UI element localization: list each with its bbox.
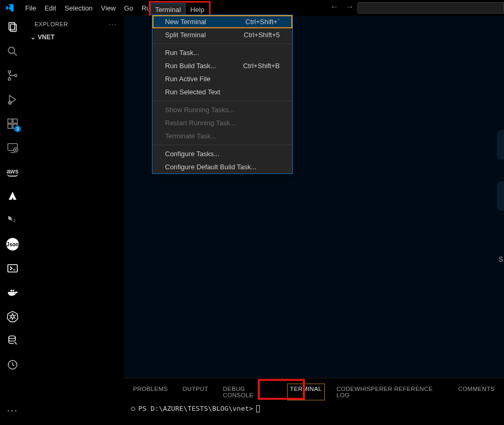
- svg-rect-0: [9, 23, 15, 30]
- extensions-icon[interactable]: 3: [5, 116, 20, 131]
- aws-label: aws: [7, 168, 19, 177]
- menu-restart-running-task: Restart Running Task...: [152, 116, 292, 129]
- svg-rect-21: [10, 290, 12, 291]
- menu-separator: [152, 43, 292, 44]
- menu-selection[interactable]: Selection: [60, 1, 96, 15]
- svg-rect-9: [8, 124, 12, 128]
- menu-show-running-label: Show Running Tasks...: [165, 106, 234, 114]
- svg-line-30: [14, 318, 16, 319]
- menu-run-active-file[interactable]: Run Active File: [152, 72, 292, 85]
- menu-split-terminal[interactable]: Split Terminal Ctrl+Shift+5: [152, 28, 292, 41]
- menu-edit[interactable]: Edit: [40, 1, 60, 15]
- activity-bar: 3 aws Json ···: [0, 16, 25, 425]
- menu-configure-default-build-task[interactable]: Configure Default Build Task...: [152, 160, 292, 173]
- svg-point-6: [15, 74, 17, 77]
- terminal-status-icon: [131, 407, 135, 411]
- command-center-search[interactable]: [357, 2, 504, 14]
- menu-go[interactable]: Go: [120, 1, 137, 15]
- json-label: Json: [6, 238, 19, 250]
- folder-root-label: VNET: [38, 34, 54, 41]
- explorer-more-icon[interactable]: ···: [109, 21, 117, 27]
- run-debug-icon[interactable]: [5, 92, 20, 107]
- chevron-down-icon: ⌄: [30, 34, 36, 41]
- nav-back-icon[interactable]: ←: [330, 2, 338, 12]
- menu-run-build-task[interactable]: Run Build Task... Ctrl+Shift+B: [152, 59, 292, 72]
- menu-split-terminal-shortcut: Ctrl+Shift+5: [244, 31, 280, 39]
- menu-show-running-tasks: Show Running Tasks...: [152, 103, 292, 116]
- json-icon[interactable]: Json: [5, 237, 20, 252]
- nav-arrows: ← →: [330, 2, 354, 12]
- menu-run-task-label: Run Task...: [165, 49, 199, 57]
- tab-terminal[interactable]: TERMINAL: [290, 386, 322, 398]
- menu-new-terminal-shortcut: Ctrl+Shift+`: [245, 18, 280, 26]
- menu-configure-tasks-label: Configure Tasks...: [165, 150, 220, 158]
- menu-run-selected-text[interactable]: Run Selected Text: [152, 85, 292, 99]
- menu-run-build-task-shortcut: Ctrl+Shift+B: [243, 62, 280, 70]
- menu-view[interactable]: View: [97, 1, 120, 15]
- terminal-cursor: [256, 405, 260, 412]
- search-icon[interactable]: [5, 44, 20, 59]
- source-control-icon[interactable]: [5, 68, 20, 83]
- svg-line-28: [14, 315, 16, 316]
- tab-problems[interactable]: PROBLEMS: [133, 386, 168, 398]
- tab-output[interactable]: OUTPUT: [182, 386, 208, 398]
- terminal-prompt: PS D:\AZURE\TESTS\BLOG\vnet>: [138, 405, 253, 412]
- powershell-icon[interactable]: [5, 261, 20, 276]
- explorer-sidebar: EXPLORER ··· ⌄ VNET: [25, 16, 124, 425]
- bottom-panel: PROBLEMS OUTPUT DEBUG CONSOLE TERMINAL C…: [124, 378, 504, 425]
- folder-root[interactable]: ⌄ VNET: [25, 31, 123, 43]
- menu-bar: File Edit Selection View Go Run Terminal…: [0, 0, 504, 16]
- side-char: S: [499, 256, 503, 263]
- atlassian-icon[interactable]: [5, 189, 20, 203]
- svg-rect-22: [13, 290, 14, 291]
- menu-terminate-task-label: Terminate Task...: [165, 132, 216, 140]
- explorer-header: EXPLORER ···: [25, 16, 123, 31]
- svg-point-2: [8, 47, 15, 53]
- menu-configure-tasks[interactable]: Configure Tasks...: [152, 147, 292, 160]
- minimap-shape: [497, 181, 504, 211]
- vscode-logo-icon: [4, 2, 16, 14]
- terraform-icon[interactable]: [5, 213, 20, 227]
- svg-point-24: [11, 315, 14, 318]
- explorer-title: EXPLORER: [35, 21, 68, 27]
- activity-generic-icon[interactable]: [5, 357, 20, 372]
- menu-run-build-task-label: Run Build Task...: [165, 62, 216, 70]
- menu-terminate-task: Terminate Task...: [152, 129, 292, 143]
- database-icon[interactable]: [5, 333, 20, 348]
- kubernetes-icon[interactable]: [5, 309, 20, 324]
- menu-run-active-file-label: Run Active File: [165, 75, 211, 83]
- explorer-icon[interactable]: [5, 20, 20, 35]
- svg-line-27: [9, 315, 11, 316]
- nav-forward-icon[interactable]: →: [346, 2, 354, 12]
- menu-items: File Edit Selection View Go Run: [21, 1, 158, 15]
- svg-point-5: [8, 78, 10, 80]
- menu-separator: [152, 101, 292, 101]
- terminal-dropdown: New Terminal Ctrl+Shift+` Split Terminal…: [152, 15, 293, 174]
- menu-run-task[interactable]: Run Task...: [152, 46, 292, 59]
- aws-icon[interactable]: aws: [5, 165, 20, 179]
- svg-rect-11: [13, 119, 17, 123]
- menu-run-selected-text-label: Run Selected Text: [165, 88, 220, 96]
- menu-new-terminal-label: New Terminal: [165, 18, 206, 26]
- docker-icon[interactable]: [5, 285, 20, 300]
- tab-debug-console[interactable]: DEBUG CONSOLE: [223, 386, 275, 398]
- panel-tabs: PROBLEMS OUTPUT DEBUG CONSOLE TERMINAL C…: [124, 378, 504, 402]
- svg-line-29: [9, 318, 11, 319]
- minimap-shape: [497, 130, 504, 159]
- menu-restart-running-label: Restart Running Task...: [165, 119, 236, 127]
- svg-rect-1: [10, 24, 16, 31]
- terminal-line[interactable]: PS D:\AZURE\TESTS\BLOG\vnet>: [124, 402, 504, 415]
- menu-new-terminal[interactable]: New Terminal Ctrl+Shift+`: [152, 15, 292, 28]
- tab-comments[interactable]: COMMENTS: [458, 386, 495, 398]
- menu-separator: [152, 145, 292, 145]
- menu-configure-default-label: Configure Default Build Task...: [165, 163, 257, 171]
- menu-file[interactable]: File: [21, 1, 40, 15]
- svg-line-3: [14, 53, 17, 56]
- svg-point-31: [9, 336, 16, 339]
- overflow-icon[interactable]: ···: [5, 403, 20, 418]
- tab-codewhisperer[interactable]: CODEWHISPERER REFERENCE LOG: [336, 386, 443, 398]
- svg-point-4: [8, 71, 10, 73]
- extensions-badge: 3: [14, 126, 21, 132]
- remote-explorer-icon[interactable]: [5, 140, 20, 155]
- menu-split-terminal-label: Split Terminal: [165, 31, 206, 39]
